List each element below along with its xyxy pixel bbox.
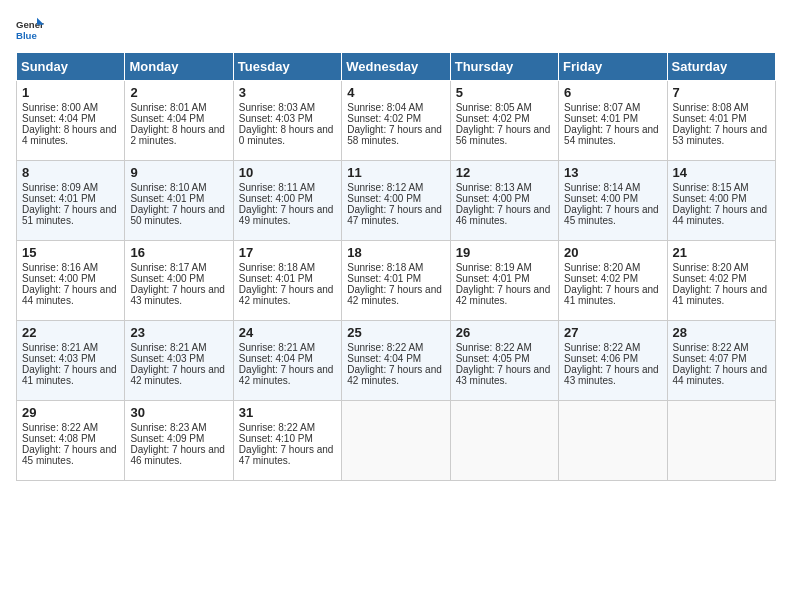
calendar-day-cell: 5Sunrise: 8:05 AMSunset: 4:02 PMDaylight… <box>450 81 558 161</box>
day-number: 2 <box>130 85 227 100</box>
day-number: 16 <box>130 245 227 260</box>
calendar-table: SundayMondayTuesdayWednesdayThursdayFrid… <box>16 52 776 481</box>
daylight-text: Daylight: 7 hours and 41 minutes. <box>22 364 117 386</box>
sunset-text: Sunset: 4:01 PM <box>673 113 747 124</box>
day-number: 11 <box>347 165 444 180</box>
daylight-text: Daylight: 7 hours and 45 minutes. <box>22 444 117 466</box>
daylight-text: Daylight: 7 hours and 42 minutes. <box>347 284 442 306</box>
day-number: 30 <box>130 405 227 420</box>
day-number: 27 <box>564 325 661 340</box>
calendar-day-cell: 27Sunrise: 8:22 AMSunset: 4:06 PMDayligh… <box>559 321 667 401</box>
sunset-text: Sunset: 4:02 PM <box>673 273 747 284</box>
sunset-text: Sunset: 4:06 PM <box>564 353 638 364</box>
calendar-day-cell: 30Sunrise: 8:23 AMSunset: 4:09 PMDayligh… <box>125 401 233 481</box>
daylight-text: Daylight: 7 hours and 41 minutes. <box>673 284 768 306</box>
sunset-text: Sunset: 4:07 PM <box>673 353 747 364</box>
calendar-header-row: SundayMondayTuesdayWednesdayThursdayFrid… <box>17 53 776 81</box>
sunrise-text: Sunrise: 8:17 AM <box>130 262 206 273</box>
calendar-day-cell: 16Sunrise: 8:17 AMSunset: 4:00 PMDayligh… <box>125 241 233 321</box>
calendar-header-thursday: Thursday <box>450 53 558 81</box>
calendar-header-sunday: Sunday <box>17 53 125 81</box>
sunrise-text: Sunrise: 8:23 AM <box>130 422 206 433</box>
day-number: 19 <box>456 245 553 260</box>
daylight-text: Daylight: 7 hours and 54 minutes. <box>564 124 659 146</box>
sunrise-text: Sunrise: 8:21 AM <box>22 342 98 353</box>
calendar-header-tuesday: Tuesday <box>233 53 341 81</box>
sunrise-text: Sunrise: 8:20 AM <box>673 262 749 273</box>
sunrise-text: Sunrise: 8:03 AM <box>239 102 315 113</box>
calendar-day-cell: 25Sunrise: 8:22 AMSunset: 4:04 PMDayligh… <box>342 321 450 401</box>
day-number: 21 <box>673 245 770 260</box>
day-number: 28 <box>673 325 770 340</box>
calendar-day-cell: 7Sunrise: 8:08 AMSunset: 4:01 PMDaylight… <box>667 81 775 161</box>
calendar-week-row: 22Sunrise: 8:21 AMSunset: 4:03 PMDayligh… <box>17 321 776 401</box>
sunset-text: Sunset: 4:04 PM <box>130 113 204 124</box>
sunset-text: Sunset: 4:00 PM <box>564 193 638 204</box>
day-number: 25 <box>347 325 444 340</box>
daylight-text: Daylight: 8 hours and 0 minutes. <box>239 124 334 146</box>
sunset-text: Sunset: 4:03 PM <box>239 113 313 124</box>
day-number: 20 <box>564 245 661 260</box>
calendar-day-cell: 13Sunrise: 8:14 AMSunset: 4:00 PMDayligh… <box>559 161 667 241</box>
daylight-text: Daylight: 8 hours and 4 minutes. <box>22 124 117 146</box>
daylight-text: Daylight: 7 hours and 56 minutes. <box>456 124 551 146</box>
day-number: 13 <box>564 165 661 180</box>
calendar-day-cell: 4Sunrise: 8:04 AMSunset: 4:02 PMDaylight… <box>342 81 450 161</box>
sunset-text: Sunset: 4:02 PM <box>347 113 421 124</box>
daylight-text: Daylight: 7 hours and 42 minutes. <box>239 364 334 386</box>
daylight-text: Daylight: 7 hours and 42 minutes. <box>456 284 551 306</box>
daylight-text: Daylight: 7 hours and 49 minutes. <box>239 204 334 226</box>
sunset-text: Sunset: 4:01 PM <box>456 273 530 284</box>
sunset-text: Sunset: 4:02 PM <box>456 113 530 124</box>
day-number: 14 <box>673 165 770 180</box>
day-number: 6 <box>564 85 661 100</box>
sunset-text: Sunset: 4:04 PM <box>347 353 421 364</box>
daylight-text: Daylight: 7 hours and 42 minutes. <box>239 284 334 306</box>
sunset-text: Sunset: 4:03 PM <box>22 353 96 364</box>
daylight-text: Daylight: 7 hours and 44 minutes. <box>673 204 768 226</box>
calendar-day-cell: 1Sunrise: 8:00 AMSunset: 4:04 PMDaylight… <box>17 81 125 161</box>
sunrise-text: Sunrise: 8:11 AM <box>239 182 315 193</box>
sunset-text: Sunset: 4:04 PM <box>239 353 313 364</box>
day-number: 8 <box>22 165 119 180</box>
sunrise-text: Sunrise: 8:05 AM <box>456 102 532 113</box>
calendar-day-cell: 21Sunrise: 8:20 AMSunset: 4:02 PMDayligh… <box>667 241 775 321</box>
sunset-text: Sunset: 4:00 PM <box>22 273 96 284</box>
calendar-week-row: 15Sunrise: 8:16 AMSunset: 4:00 PMDayligh… <box>17 241 776 321</box>
sunrise-text: Sunrise: 8:18 AM <box>347 262 423 273</box>
day-number: 17 <box>239 245 336 260</box>
logo-icon: General Blue <box>16 16 44 44</box>
day-number: 31 <box>239 405 336 420</box>
sunrise-text: Sunrise: 8:14 AM <box>564 182 640 193</box>
calendar-day-cell: 29Sunrise: 8:22 AMSunset: 4:08 PMDayligh… <box>17 401 125 481</box>
calendar-header-saturday: Saturday <box>667 53 775 81</box>
sunset-text: Sunset: 4:05 PM <box>456 353 530 364</box>
sunset-text: Sunset: 4:10 PM <box>239 433 313 444</box>
calendar-day-cell: 10Sunrise: 8:11 AMSunset: 4:00 PMDayligh… <box>233 161 341 241</box>
calendar-day-cell: 12Sunrise: 8:13 AMSunset: 4:00 PMDayligh… <box>450 161 558 241</box>
day-number: 26 <box>456 325 553 340</box>
calendar-day-cell: 20Sunrise: 8:20 AMSunset: 4:02 PMDayligh… <box>559 241 667 321</box>
sunset-text: Sunset: 4:08 PM <box>22 433 96 444</box>
daylight-text: Daylight: 7 hours and 43 minutes. <box>130 284 225 306</box>
calendar-header-friday: Friday <box>559 53 667 81</box>
sunrise-text: Sunrise: 8:16 AM <box>22 262 98 273</box>
sunrise-text: Sunrise: 8:22 AM <box>564 342 640 353</box>
sunset-text: Sunset: 4:00 PM <box>456 193 530 204</box>
sunrise-text: Sunrise: 8:22 AM <box>347 342 423 353</box>
daylight-text: Daylight: 7 hours and 51 minutes. <box>22 204 117 226</box>
daylight-text: Daylight: 7 hours and 58 minutes. <box>347 124 442 146</box>
sunset-text: Sunset: 4:01 PM <box>130 193 204 204</box>
sunrise-text: Sunrise: 8:04 AM <box>347 102 423 113</box>
calendar-day-cell <box>450 401 558 481</box>
day-number: 9 <box>130 165 227 180</box>
calendar-day-cell: 28Sunrise: 8:22 AMSunset: 4:07 PMDayligh… <box>667 321 775 401</box>
daylight-text: Daylight: 7 hours and 42 minutes. <box>347 364 442 386</box>
day-number: 3 <box>239 85 336 100</box>
sunrise-text: Sunrise: 8:10 AM <box>130 182 206 193</box>
daylight-text: Daylight: 7 hours and 41 minutes. <box>564 284 659 306</box>
calendar-week-row: 1Sunrise: 8:00 AMSunset: 4:04 PMDaylight… <box>17 81 776 161</box>
sunrise-text: Sunrise: 8:13 AM <box>456 182 532 193</box>
calendar-day-cell: 11Sunrise: 8:12 AMSunset: 4:00 PMDayligh… <box>342 161 450 241</box>
sunset-text: Sunset: 4:00 PM <box>130 273 204 284</box>
